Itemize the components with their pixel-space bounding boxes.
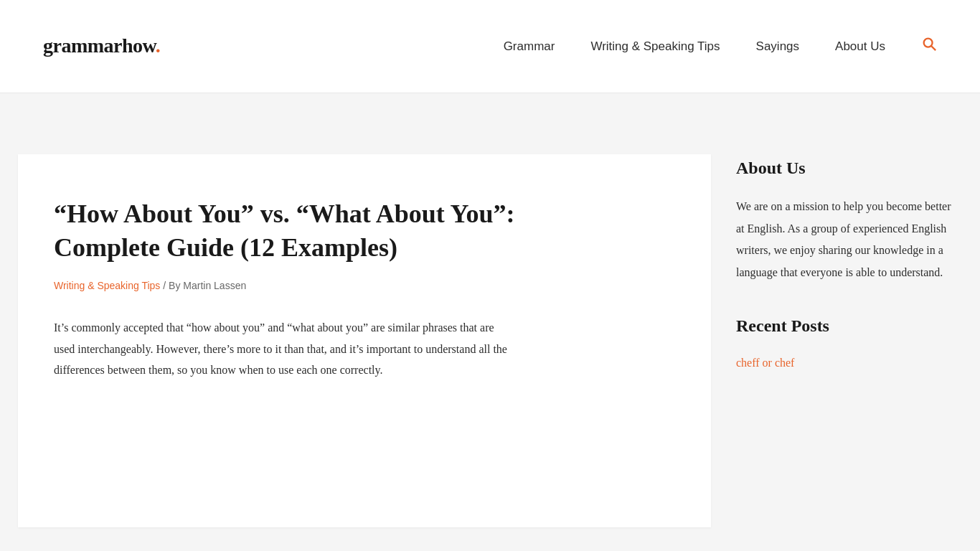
- recent-post-link-0[interactable]: cheff or chef: [736, 357, 794, 369]
- sidebar-recent-posts-section: Recent Posts cheff or chef: [736, 312, 958, 372]
- logo[interactable]: grammarhow.: [43, 30, 160, 62]
- article-intro: It’s commonly accepted that “how about y…: [54, 317, 513, 381]
- search-button[interactable]: [921, 35, 937, 58]
- article-card: “How About You” vs. “What About You”: Co…: [18, 154, 711, 527]
- main-nav: Grammar Writing & Speaking Tips Sayings …: [504, 35, 937, 58]
- sub-header-bar: [0, 93, 980, 133]
- search-icon: [921, 36, 937, 52]
- site-header: grammarhow. Grammar Writing & Speaking T…: [0, 0, 980, 93]
- article-author: Martin Lassen: [183, 280, 246, 291]
- sidebar-about-text: We are on a mission to help you become b…: [736, 196, 958, 283]
- logo-word: grammarhow: [43, 34, 156, 57]
- nav-item-writing-speaking[interactable]: Writing & Speaking Tips: [590, 37, 720, 56]
- article-meta: Writing & Speaking Tips / By Martin Lass…: [54, 276, 675, 295]
- svg-point-0: [924, 38, 933, 47]
- svg-line-1: [931, 46, 936, 50]
- sidebar-recent-posts-heading: Recent Posts: [736, 312, 958, 339]
- nav-item-grammar[interactable]: Grammar: [504, 37, 555, 56]
- sidebar: About Us We are on a mission to help you…: [729, 133, 980, 551]
- nav-item-sayings[interactable]: Sayings: [756, 37, 799, 56]
- article-wrapper: “How About You” vs. “What About You”: Co…: [0, 133, 729, 551]
- logo-dot: .: [156, 34, 161, 57]
- article-category-link[interactable]: Writing & Speaking Tips: [54, 280, 160, 291]
- article-meta-separator: / By: [160, 280, 183, 291]
- article-title: “How About You” vs. “What About You”: Co…: [54, 197, 520, 265]
- sidebar-about-heading: About Us: [736, 154, 958, 182]
- main-container: “How About You” vs. “What About You”: Co…: [0, 133, 980, 551]
- sidebar-about-section: About Us We are on a mission to help you…: [736, 154, 958, 283]
- logo-text: grammarhow.: [43, 30, 160, 62]
- nav-item-about-us[interactable]: About Us: [835, 37, 885, 56]
